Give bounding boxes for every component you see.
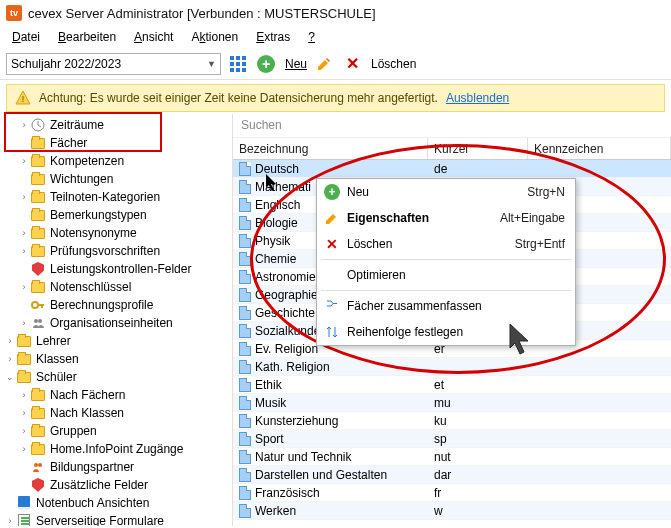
tree-label: Zusätzliche Felder <box>50 478 148 492</box>
file-icon <box>239 468 251 482</box>
ctx-item[interactable]: Fächer zusammenfassen <box>317 293 575 319</box>
col-kennzeichen[interactable]: Kennzeichen <box>528 138 671 159</box>
file-icon <box>239 216 251 230</box>
tree-twisty[interactable]: › <box>18 318 30 328</box>
tree-item[interactable]: ›Bemerkungstypen <box>0 206 232 224</box>
edit-button[interactable] <box>313 53 335 75</box>
file-icon <box>239 342 251 356</box>
table-row[interactable]: Ethiket <box>233 376 671 394</box>
ctx-separator <box>321 259 571 260</box>
warning-dismiss-link[interactable]: Ausblenden <box>446 91 509 105</box>
chevron-down-icon: ▼ <box>207 59 216 69</box>
tree-item[interactable]: ›Home.InfoPoint Zugänge <box>0 440 232 458</box>
table-row[interactable]: Kath. Religion <box>233 358 671 376</box>
tree-twisty[interactable]: › <box>18 426 30 436</box>
tree-item[interactable]: ›Wichtungen <box>0 170 232 188</box>
file-icon <box>239 504 251 518</box>
tree-item[interactable]: ›Bildungspartner <box>0 458 232 476</box>
col-bezeichnung[interactable]: Bezeichnung <box>233 138 428 159</box>
tree-label: Nach Klassen <box>50 406 124 420</box>
tree-twisty[interactable]: › <box>4 516 16 526</box>
tree-item[interactable]: ›Notenbuch Ansichten <box>0 494 232 512</box>
tree-item[interactable]: ›Notensynonyme <box>0 224 232 242</box>
tree-item[interactable]: ›Lehrer <box>0 332 232 350</box>
tree-twisty[interactable]: › <box>18 120 30 130</box>
file-icon <box>239 396 251 410</box>
tree-label: Klassen <box>36 352 79 366</box>
tree-item[interactable]: ›Zeiträume <box>0 116 232 134</box>
tree-twisty[interactable]: › <box>18 390 30 400</box>
ctx-item[interactable]: Reihenfolge festlegen <box>317 319 575 345</box>
ctx-item[interactable]: +NeuStrg+N <box>317 179 575 205</box>
tree-item[interactable]: ›Teilnoten-Kategorien <box>0 188 232 206</box>
tree-twisty[interactable]: › <box>18 408 30 418</box>
tree-label: Nach Fächern <box>50 388 125 402</box>
file-icon <box>239 162 251 176</box>
tree-twisty[interactable]: › <box>18 282 30 292</box>
tree-twisty[interactable]: › <box>18 246 30 256</box>
cell-kuerzel: dar <box>428 468 528 482</box>
tree-item[interactable]: ›Nach Klassen <box>0 404 232 422</box>
tree-twisty[interactable]: › <box>18 228 30 238</box>
menu-bearbeiten[interactable]: Bearbeiten <box>50 28 124 46</box>
tree-twisty[interactable]: ⌄ <box>4 372 16 382</box>
table-row[interactable]: Natur und Techniknut <box>233 448 671 466</box>
tree-twisty[interactable]: › <box>4 336 16 346</box>
tree-twisty[interactable]: › <box>18 444 30 454</box>
tree-item[interactable]: ›Gruppen <box>0 422 232 440</box>
tree-item[interactable]: ›Zusätzliche Felder <box>0 476 232 494</box>
merge-icon <box>323 297 341 315</box>
ctx-item[interactable]: EigenschaftenAlt+Eingabe <box>317 205 575 231</box>
table-row[interactable]: Sportsp <box>233 430 671 448</box>
tree-twisty[interactable]: › <box>4 354 16 364</box>
tree-twisty[interactable]: › <box>18 156 30 166</box>
table-row[interactable]: Musikmu <box>233 394 671 412</box>
tree-item[interactable]: ⌄Schüler <box>0 368 232 386</box>
tree-item[interactable]: ›Berechnungsprofile <box>0 296 232 314</box>
ctx-item[interactable]: ✕LöschenStrg+Entf <box>317 231 575 257</box>
tree-item[interactable]: ›Nach Fächern <box>0 386 232 404</box>
blank-icon <box>323 266 341 284</box>
file-icon <box>239 360 251 374</box>
schoolyear-combo[interactable]: Schuljahr 2022/2023 ▼ <box>6 53 221 75</box>
table-row[interactable]: Werkenw <box>233 502 671 520</box>
menu-extras[interactable]: Extras <box>248 28 298 46</box>
ctx-item[interactable]: Optimieren <box>317 262 575 288</box>
tree-item[interactable]: ›Organisationseinheiten <box>0 314 232 332</box>
new-button[interactable]: + <box>255 53 277 75</box>
menu-datei[interactable]: Datei <box>4 28 48 46</box>
x-icon: ✕ <box>346 54 359 73</box>
table-row[interactable]: Französischfr <box>233 484 671 502</box>
tree-item[interactable]: ›Leistungskontrollen-Felder <box>0 260 232 278</box>
menu-ansicht[interactable]: Ansicht <box>126 28 181 46</box>
tree-item[interactable]: ›Prüfungsvorschriften <box>0 242 232 260</box>
tree-item[interactable]: ›Klassen <box>0 350 232 368</box>
tree-item[interactable]: ›Fächer <box>0 134 232 152</box>
search-input[interactable]: Suchen <box>233 114 671 138</box>
table-row[interactable]: Deutschde <box>233 160 671 178</box>
folder-icon <box>30 279 46 295</box>
table-row[interactable]: Darstellen und Gestaltendar <box>233 466 671 484</box>
tree-item[interactable]: ›Serverseitige Formulare <box>0 512 232 526</box>
window-title: cevex Server Administrator [Verbunden : … <box>28 6 376 21</box>
menu-help[interactable]: ? <box>300 28 323 46</box>
cell-name: Ethik <box>233 378 428 392</box>
tree-twisty[interactable]: › <box>18 192 30 202</box>
cell-name: Werken <box>233 504 428 518</box>
file-icon <box>239 450 251 464</box>
col-kuerzel[interactable]: Kürzel <box>428 138 528 159</box>
tree-label: Teilnoten-Kategorien <box>50 190 160 204</box>
tree-item[interactable]: ›Notenschlüssel <box>0 278 232 296</box>
folder-icon <box>30 153 46 169</box>
menu-aktionen[interactable]: Aktionen <box>183 28 246 46</box>
grid-view-button[interactable] <box>227 53 249 75</box>
app-icon: tv <box>6 5 22 21</box>
tree-item[interactable]: ›Kompetenzen <box>0 152 232 170</box>
tree-label: Zeiträume <box>50 118 104 132</box>
table-row[interactable]: Kunsterziehungku <box>233 412 671 430</box>
table-header: Bezeichnung Kürzel Kennzeichen <box>233 138 671 160</box>
delete-button[interactable]: ✕ <box>341 53 363 75</box>
tree-label: Lehrer <box>36 334 71 348</box>
cursor-icon <box>266 174 282 198</box>
titlebar: tv cevex Server Administrator [Verbunden… <box>0 0 671 26</box>
